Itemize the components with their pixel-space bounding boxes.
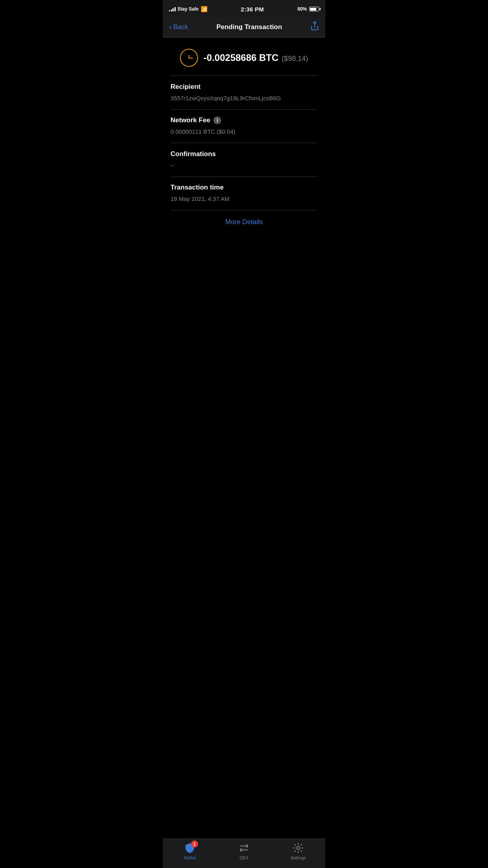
more-details-section: More Details xyxy=(163,210,325,234)
amount-usd: ($98.14) xyxy=(282,55,308,63)
transaction-time-value: 19 May 2021, 4:37 AM xyxy=(171,195,317,203)
share-button[interactable] xyxy=(310,21,319,33)
battery-icon xyxy=(309,7,319,11)
wifi-icon: 📶 xyxy=(201,6,207,12)
navigation-bar: ‹ Back Pending Transaction xyxy=(163,17,325,38)
recipient-label: Recipient xyxy=(171,83,317,91)
amount-btc: -0.00258686 BTC xyxy=(204,52,279,63)
back-button[interactable]: ‹ Back xyxy=(169,23,188,31)
battery-percent: 80% xyxy=(297,6,307,12)
confirmations-value: -- xyxy=(171,161,317,169)
network-fee-section: Network Fee i 0.00000111 BTC ($0.04) xyxy=(163,109,325,143)
network-fee-value: 0.00000111 BTC ($0.04) xyxy=(171,127,317,136)
back-chevron-icon: ‹ xyxy=(169,22,172,31)
signal-bars-icon xyxy=(169,7,176,11)
info-icon[interactable]: i xyxy=(213,116,221,124)
pending-clock-icon xyxy=(180,49,198,67)
share-icon xyxy=(310,21,319,31)
transaction-time-label: Transaction time xyxy=(171,184,317,191)
status-right: 80% xyxy=(297,6,319,12)
network-fee-label: Network Fee i xyxy=(171,116,317,124)
status-time: 2:36 PM xyxy=(241,6,264,13)
status-left: Stay Safe 📶 xyxy=(169,6,207,12)
recipient-section: Recipient 3557r1zwQvysXqoq7g19L9rCfsmLjc… xyxy=(163,76,325,109)
recipient-address: 3557r1zwQvysXqoq7g19L9rCfsmLjcsB6G xyxy=(171,94,317,102)
carrier-label: Stay Safe xyxy=(178,6,199,12)
confirmations-section: Confirmations -- xyxy=(163,143,325,177)
transaction-time-section: Transaction time 19 May 2021, 4:37 AM xyxy=(163,177,325,210)
status-bar: Stay Safe 📶 2:36 PM 80% xyxy=(163,0,325,17)
confirmations-label: Confirmations xyxy=(171,150,317,158)
transaction-header: -0.00258686 BTC ($98.14) xyxy=(163,38,325,75)
transaction-amount: -0.00258686 BTC ($98.14) xyxy=(204,52,308,63)
page-title: Pending Transaction xyxy=(216,23,282,31)
main-content: -0.00258686 BTC ($98.14) Recipient 3557r… xyxy=(163,38,325,234)
back-label: Back xyxy=(173,23,188,31)
more-details-button[interactable]: More Details xyxy=(225,218,262,226)
